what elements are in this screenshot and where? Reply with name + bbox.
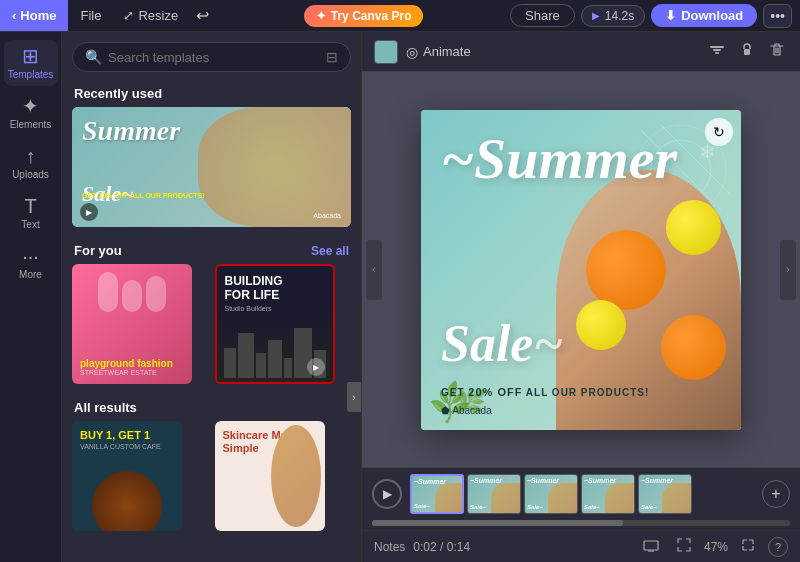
design-card[interactable]: ↻ ❄ ❄ — [421, 110, 741, 430]
timeline-scrollbar[interactable] — [372, 520, 790, 526]
thumbnail-5[interactable]: ~Summer Sale~ — [638, 474, 692, 514]
buy-template-card[interactable]: BUY 1, GET 1 VANILLA CUSTOM CAFE — [72, 421, 182, 531]
animate-button[interactable]: ◎ Animate — [406, 44, 471, 60]
search-bar: 🔍 ⊟ — [72, 42, 351, 72]
more-options-button[interactable]: ••• — [763, 4, 792, 28]
topbar-center: ✦ Try Canva Pro — [217, 5, 510, 27]
for-you-grid: playground fashion STREETWEAR ESTATE BUI… — [62, 264, 361, 394]
resize-icon: ⤢ — [123, 8, 134, 23]
svg-rect-2 — [715, 52, 719, 54]
buy-text: BUY 1, GET 1 — [80, 429, 174, 441]
scroll-right[interactable]: › — [780, 240, 796, 300]
topbar-right: Share ▶ 14.2s ⬇ Download ••• — [510, 4, 800, 28]
sidebar-item-elements[interactable]: ✦ Elements — [4, 90, 58, 136]
svg-rect-3 — [744, 49, 750, 55]
summer-title: ~Summer — [441, 130, 677, 188]
coffee-circle — [92, 471, 162, 531]
download-button[interactable]: ⬇ Download — [651, 4, 757, 27]
sidebar-item-templates[interactable]: ⊞ Templates — [4, 40, 58, 86]
building-title: BUILDINGFOR LIFE — [225, 274, 325, 303]
notes-button[interactable]: Notes — [374, 540, 405, 554]
panel-expand-arrow[interactable]: › — [347, 382, 361, 412]
sidebar-item-text[interactable]: T Text — [4, 190, 58, 236]
thumbnail-2[interactable]: ~Summer Sale~ — [467, 474, 521, 514]
timer-button[interactable]: ▶ 14.2s — [581, 5, 645, 27]
refresh-button[interactable]: ↻ — [705, 118, 733, 146]
color-swatch[interactable] — [374, 40, 398, 64]
timeline-scroll-thumb — [372, 520, 623, 526]
try-canva-pro-button[interactable]: ✦ Try Canva Pro — [304, 5, 424, 27]
search-icon: 🔍 — [85, 49, 102, 65]
expand-icon-button[interactable] — [672, 536, 696, 557]
recent-template-card[interactable]: Summer Sale~ ▶ GET 10% OFF ALL OUR PRODU… — [72, 107, 351, 227]
canvas-viewport[interactable]: ‹ ↻ ❄ ❄ — [362, 72, 800, 467]
play-button[interactable]: ▶ — [372, 479, 402, 509]
sidebar-item-uploads[interactable]: ↑ Uploads — [4, 140, 58, 186]
discount-text: GET 20% OFF ALL OUR PRODUCTS! — [441, 386, 721, 398]
add-clip-button[interactable]: + — [762, 480, 790, 508]
all-results-grid: BUY 1, GET 1 VANILLA CUSTOM CAFE Skincar… — [62, 421, 361, 541]
filter-icon[interactable]: ⊟ — [326, 49, 338, 65]
scroll-left[interactable]: ‹ — [366, 240, 382, 300]
uploads-icon: ↑ — [26, 146, 36, 166]
brand-logo: Abacada — [441, 405, 492, 416]
svg-rect-8 — [644, 541, 658, 550]
resize-button[interactable]: ⤢ Resize — [113, 0, 188, 31]
home-label: Home — [20, 8, 56, 23]
lemon-1 — [666, 200, 721, 255]
lemon-2 — [576, 300, 626, 350]
bottom-bar: Notes 0:02 / 0:14 47% ? — [362, 530, 800, 562]
canvas-toolbar: ◎ Animate — [362, 32, 800, 72]
animate-icon: ◎ — [406, 44, 418, 60]
undo-icon: ↩ — [196, 6, 209, 25]
face-shape — [271, 425, 321, 527]
playground-template-card[interactable]: playground fashion STREETWEAR ESTATE — [72, 264, 192, 384]
thumbnail-1[interactable]: ~Summer Sale~ — [410, 474, 464, 514]
canvas-area: ◎ Animate ‹ ↻ ❄ ❄ — [362, 32, 800, 562]
share-button[interactable]: Share — [510, 4, 575, 27]
templates-panel: 🔍 ⊟ Recently used Summer Sale~ ▶ GET 10%… — [62, 32, 362, 562]
sidebar-item-more[interactable]: ··· More — [4, 240, 58, 286]
star-icon: ✦ — [316, 9, 326, 23]
chevron-left-icon: ‹ — [12, 8, 16, 23]
thumbnails-row: ~Summer Sale~ ~Summer Sale~ ~Summer Sale… — [410, 474, 754, 514]
templates-icon: ⊞ — [22, 46, 39, 66]
thumbnail-3[interactable]: ~Summer Sale~ — [524, 474, 578, 514]
home-button[interactable]: ‹ Home — [0, 0, 68, 31]
help-button[interactable]: ? — [768, 537, 788, 557]
people-decoration — [72, 272, 192, 312]
undo-button[interactable]: ↩ — [188, 0, 217, 31]
see-all-button[interactable]: See all — [311, 244, 349, 258]
zoom-button[interactable]: 47% — [704, 540, 728, 554]
playground-label: playground fashion — [80, 358, 184, 369]
delete-icon-button[interactable] — [766, 39, 788, 64]
for-you-header: For you See all — [62, 237, 361, 264]
topbar: ‹ Home File ⤢ Resize ↩ ✦ Try Canva Pro S… — [0, 0, 800, 32]
orange-large — [586, 230, 666, 310]
style-icon-button[interactable] — [706, 39, 728, 64]
elements-icon: ✦ — [22, 96, 39, 116]
sale-title: Sale~ — [441, 318, 563, 370]
recently-used-header: Recently used — [62, 80, 361, 107]
playground-sub: STREETWEAR ESTATE — [80, 369, 184, 376]
fruit-decoration — [198, 107, 351, 227]
file-menu[interactable]: File — [68, 0, 113, 31]
orange-small — [661, 315, 726, 380]
timeline-row: ▶ ~Summer Sale~ ~Summer Sale~ ~Summer — [362, 468, 800, 520]
icon-sidebar: ⊞ Templates ✦ Elements ↑ Uploads T Text … — [0, 32, 62, 562]
buy-sub: VANILLA CUSTOM CAFE — [80, 443, 174, 450]
building-template-card[interactable]: BUILDINGFOR LIFE Studio Builders ▶ — [215, 264, 335, 384]
search-input[interactable] — [108, 50, 320, 65]
play-icon-building: ▶ — [307, 358, 325, 376]
brand-text-small: Abacada — [313, 212, 341, 219]
monitor-icon-button[interactable] — [638, 537, 664, 557]
skincare-template-card[interactable]: Skincare Made Simple — [215, 421, 325, 531]
timeline-area: ▶ ~Summer Sale~ ~Summer Sale~ ~Summer — [362, 467, 800, 562]
download-icon: ⬇ — [665, 8, 676, 23]
thumbnail-4[interactable]: ~Summer Sale~ — [581, 474, 635, 514]
play-icon-small: ▶ — [80, 203, 98, 221]
fullscreen-icon-button[interactable] — [736, 536, 760, 557]
lock-icon-button[interactable] — [736, 39, 758, 64]
text-icon: T — [24, 196, 36, 216]
svg-rect-0 — [710, 46, 724, 48]
